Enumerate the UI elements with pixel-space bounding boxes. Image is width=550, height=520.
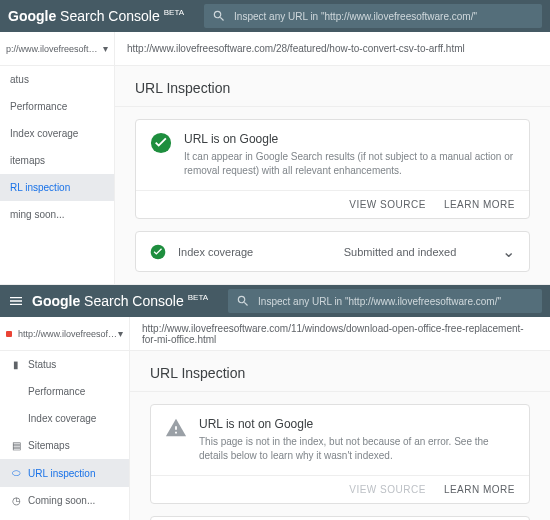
check-circle-icon — [150, 244, 166, 260]
chevron-down-icon: ▾ — [103, 43, 108, 54]
sidebar: p://www.ilovefreesoftwa... ▾ atus Perfor… — [0, 32, 115, 284]
search-placeholder: Inspect any URL in "http://www.ilovefree… — [234, 11, 477, 22]
inspected-url: http://www.ilovefreesoftware.com/11/wind… — [130, 317, 550, 351]
property-selector[interactable]: http://www.ilovefreesoftwa... ▾ — [0, 317, 129, 351]
clock-icon: ◷ — [10, 495, 22, 506]
sidebar-item-performance[interactable]: Performance — [0, 378, 129, 405]
main-content: http://www.ilovefreesoftware.com/28/feat… — [115, 32, 550, 284]
sidebar-item-url-inspection[interactable]: ⬭URL inspection — [0, 459, 129, 487]
app-header: Google Search ConsoleBETA Inspect any UR… — [0, 285, 550, 317]
inspected-url: http://www.ilovefreesoftware.com/28/feat… — [115, 32, 550, 66]
app-header: Google Search ConsoleBETA Inspect any UR… — [0, 0, 550, 32]
section-title: URL Inspection — [130, 351, 550, 392]
bookmark-icon — [6, 331, 12, 337]
search-placeholder: Inspect any URL in "http://www.ilovefree… — [258, 296, 501, 307]
sidebar-item-url-inspection[interactable]: RL inspection — [0, 174, 114, 201]
section-title: URL Inspection — [115, 66, 550, 107]
learn-more-button[interactable]: LEARN MORE — [444, 199, 515, 210]
sidebar-item-coming-soon[interactable]: ming soon... — [0, 201, 114, 228]
check-circle-icon — [150, 132, 172, 154]
sidebar-item-status[interactable]: ▮Status — [0, 351, 129, 378]
menu-icon[interactable] — [8, 293, 24, 309]
search-icon — [212, 9, 226, 23]
search-icon — [236, 294, 250, 308]
status-description: This page is not in the index, but not b… — [199, 435, 515, 463]
learn-more-button[interactable]: LEARN MORE — [444, 484, 515, 495]
sidebar: http://www.ilovefreesoftwa... ▾ ▮Status … — [0, 317, 130, 520]
logo: Google Search ConsoleBETA — [32, 293, 208, 309]
status-title: URL is not on Google — [199, 417, 515, 431]
sidebar-item-coming-soon[interactable]: ◷Coming soon... — [0, 487, 129, 514]
chevron-down-icon: ⌄ — [502, 242, 515, 261]
status-description: It can appear in Google Search results (… — [184, 150, 515, 178]
index-coverage-row[interactable]: Index coverage Submitted and indexed ⌄ — [135, 231, 530, 272]
sitemap-icon: ▤ — [10, 440, 22, 451]
sidebar-item-performance[interactable]: Performance — [0, 93, 114, 120]
property-selector[interactable]: p://www.ilovefreesoftwa... ▾ — [0, 32, 114, 66]
sidebar-item-sitemaps[interactable]: ▤Sitemaps — [0, 432, 129, 459]
logo: Google Search ConsoleBETA — [8, 8, 184, 24]
sidebar-item-index-coverage[interactable]: Index coverage — [0, 120, 114, 147]
status-title: URL is on Google — [184, 132, 515, 146]
search-input[interactable]: Inspect any URL in "http://www.ilovefree… — [228, 289, 542, 313]
link-icon: ⬭ — [10, 467, 22, 479]
view-source-button[interactable]: VIEW SOURCE — [349, 199, 426, 210]
main-content: http://www.ilovefreesoftware.com/11/wind… — [130, 317, 550, 520]
view-source-button: VIEW SOURCE — [349, 484, 426, 495]
status-card: URL is not on Google This page is not in… — [150, 404, 530, 504]
sidebar-item-status[interactable]: atus — [0, 66, 114, 93]
index-coverage-row[interactable]: Index coverage URL is unknown to Google — [150, 516, 530, 520]
status-card: URL is on Google It can appear in Google… — [135, 119, 530, 219]
search-input[interactable]: Inspect any URL in "http://www.ilovefree… — [204, 4, 542, 28]
chart-icon: ▮ — [10, 359, 22, 370]
warning-triangle-icon — [165, 417, 187, 439]
sidebar-item-sitemaps[interactable]: itemaps — [0, 147, 114, 174]
chevron-down-icon: ▾ — [118, 328, 123, 339]
sidebar-item-index-coverage[interactable]: Index coverage — [0, 405, 129, 432]
